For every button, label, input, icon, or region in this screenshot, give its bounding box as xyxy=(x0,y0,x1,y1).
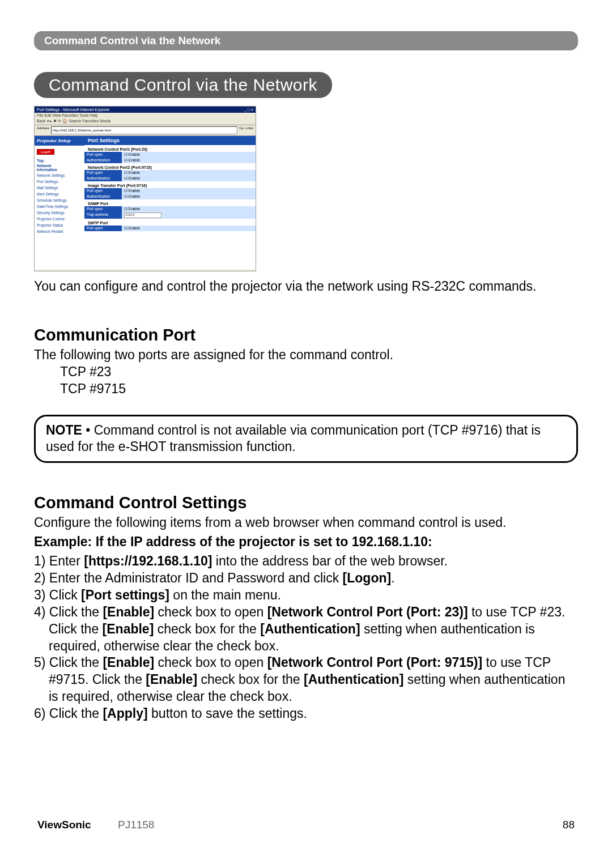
port-setting-row: Port open☑ Enable xyxy=(84,170,256,176)
page-header-bar: Command Control via the Network xyxy=(34,31,578,50)
sidebar-item: Projector Control xyxy=(35,216,84,222)
sidebar-item: Projector Status xyxy=(35,222,84,228)
sidebar-item: Schedule Settings xyxy=(35,197,84,203)
links-label: Links xyxy=(245,126,253,134)
port-section-title: Network Control Port1 (Port:23) xyxy=(84,145,256,152)
status-left: Done xyxy=(37,270,45,271)
note-text: • Command control is not available via c… xyxy=(46,423,541,454)
intro-paragraph: You can configure and control the projec… xyxy=(34,278,578,295)
status-right: Internet xyxy=(242,270,253,271)
window-titlebar: Port Settings - Microsoft Internet Explo… xyxy=(35,107,256,113)
sidebar-item: Mail Settings xyxy=(35,185,84,191)
step-item: 5) Click the [Enable] check box to open … xyxy=(34,654,578,705)
browser-address-bar: Address Go Links xyxy=(35,125,256,136)
panel-title: Port Settings xyxy=(84,136,256,145)
window-controls: _ □ × xyxy=(244,108,253,112)
sidebar-top: Top: xyxy=(35,158,84,163)
port-section-title: Network Control Port2 (Port:9715) xyxy=(84,163,256,170)
port-item: TCP #23 xyxy=(60,364,578,381)
row-value: ☑ Enable xyxy=(122,206,256,212)
row-value: ☑ Enable xyxy=(122,194,256,199)
port-item: TCP #9715 xyxy=(60,381,578,398)
sidebar-item: Port Settings xyxy=(35,178,84,185)
step-item: 2) Enter the Administrator ID and Passwo… xyxy=(34,570,578,587)
row-label: Port open xyxy=(84,206,122,212)
port-setting-row: Port open☑ Enable xyxy=(84,188,256,194)
row-value: ☑ Enable xyxy=(122,170,256,176)
port-setting-row: Authentication☑ Enable xyxy=(84,158,256,163)
row-label: Port open xyxy=(84,188,122,194)
steps-list: 1) Enter [https://192.168.1.10] into the… xyxy=(34,553,578,722)
step-item: 3) Click [Port settings] on the main men… xyxy=(34,587,578,604)
port-section-title: SNMP Port xyxy=(84,199,256,206)
sidebar-item: Date/Time Settings xyxy=(35,203,84,210)
step-item: 6) Click the [Apply] button to save the … xyxy=(34,705,578,722)
port-setting-row: Port open☑ Enable xyxy=(84,206,256,212)
page-footer: ViewSonic PJ1158 88 xyxy=(34,819,578,831)
port-section-title: SMTP Port xyxy=(84,219,256,225)
port-setting-row: Port open☑ Enable xyxy=(84,225,256,231)
port-settings-panel: Port Settings Network Control Port1 (Por… xyxy=(84,136,256,270)
row-value: ☑ Enable xyxy=(122,225,256,231)
main-title-pill: Command Control via the Network xyxy=(34,72,332,98)
row-label: Port open xyxy=(84,225,122,231)
sidebar-brand: Projector Setup xyxy=(35,136,84,146)
port-setting-row: Authentication☑ Enable xyxy=(84,176,256,181)
row-label: Authentication xyxy=(84,176,122,181)
footer-model: PJ1158 xyxy=(118,819,154,831)
sidebar-item: Security Settings xyxy=(35,210,84,216)
browser-menu: File Edit View Favorites Tools Help xyxy=(35,113,256,118)
step-item: 4) Click the [Enable] check box to open … xyxy=(34,604,578,655)
logoff-button: Logoff xyxy=(37,149,54,155)
row-value: ☑ Enable xyxy=(122,188,256,194)
footer-page-number: 88 xyxy=(563,819,575,831)
note-box: NOTE • Command control is not available … xyxy=(34,415,578,463)
trap-address-input: 0.0.0.0 xyxy=(124,212,162,218)
row-label: Authentication xyxy=(84,194,122,199)
browser-toolbar: Back ▾ ▸ ✖ ⟳ 🏠 Search Favorites Media xyxy=(35,118,256,125)
port-setting-row: Port open☑ Enable xyxy=(84,152,256,158)
row-value: ☑ Enable xyxy=(122,176,256,181)
window-title: Port Settings - Microsoft Internet Explo… xyxy=(37,108,109,112)
row-label: Port open xyxy=(84,152,122,158)
sidebar-item: Network Restart xyxy=(35,228,84,235)
browser-statusbar: Done Internet xyxy=(35,270,256,271)
port-setting-row: Trap address0.0.0.0 xyxy=(84,212,256,219)
example-bold: Example: If the IP address of the projec… xyxy=(34,534,432,549)
sidebar-item: Alert Settings xyxy=(35,191,84,197)
row-value: 0.0.0.0 xyxy=(122,212,256,219)
row-value: ☑ Enable xyxy=(122,158,256,163)
command-control-settings-heading: Command Control Settings xyxy=(34,493,578,512)
communication-port-heading: Communication Port xyxy=(34,326,578,344)
sidebar-netinfo: Network Information xyxy=(35,163,84,172)
go-button: Go xyxy=(239,126,244,134)
footer-brand: ViewSonic xyxy=(37,819,91,831)
row-label: Trap address xyxy=(84,212,122,219)
address-label: Address xyxy=(37,126,49,134)
port-list: TCP #23 TCP #9715 xyxy=(34,364,578,398)
note-label: NOTE xyxy=(46,423,82,437)
row-label: Port open xyxy=(84,170,122,176)
example-line: Example: If the IP address of the projec… xyxy=(34,534,578,551)
projector-sidebar: Projector Setup Logoff Top: Network Info… xyxy=(35,136,84,270)
row-value: ☑ Enable xyxy=(122,152,256,158)
address-input[interactable] xyxy=(51,126,237,134)
browser-screenshot: Port Settings - Microsoft Internet Explo… xyxy=(34,106,256,271)
sidebar-item: Network Settings xyxy=(35,172,84,178)
port-section-title: Image Transfer Port (Port:9716) xyxy=(84,181,256,188)
port-setting-row: Authentication☑ Enable xyxy=(84,194,256,199)
row-label: Authentication xyxy=(84,158,122,163)
command-control-settings-text: Configure the following items from a web… xyxy=(34,514,578,531)
step-item: 1) Enter [https://192.168.1.10] into the… xyxy=(34,553,578,570)
communication-port-text: The following two ports are assigned for… xyxy=(34,347,578,364)
